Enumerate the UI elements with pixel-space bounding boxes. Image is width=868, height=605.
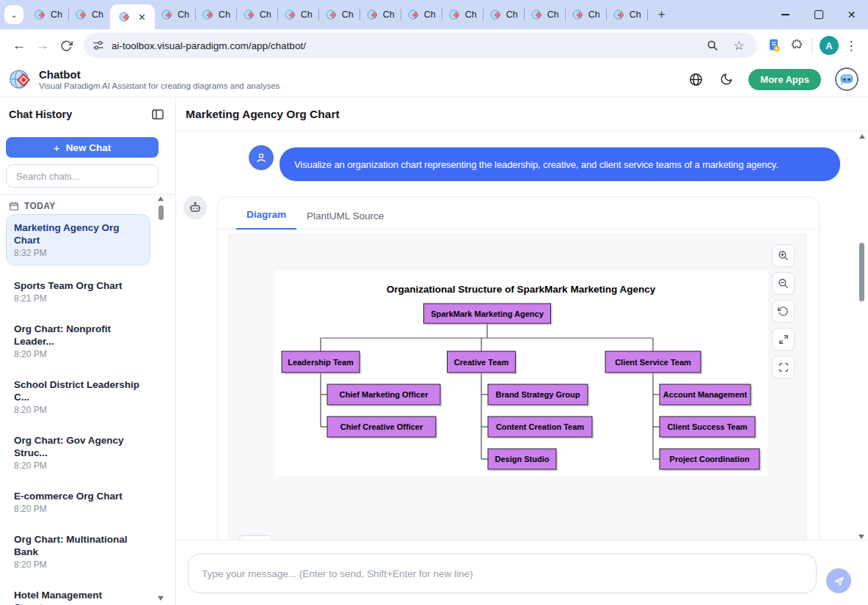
close-window-button[interactable]: ✕ xyxy=(835,0,868,29)
maximize-button[interactable] xyxy=(802,0,835,29)
language-button[interactable] xyxy=(687,70,704,88)
svg-text:Project Coordination: Project Coordination xyxy=(670,455,750,463)
tab-label: Ch xyxy=(51,10,62,20)
browser-tab[interactable]: Ch xyxy=(237,0,278,29)
chat-history-item[interactable]: Hotel Management Structure8:20 PM xyxy=(6,584,150,605)
chat-title: Marketing Agency Org Chart xyxy=(14,221,142,246)
minimize-button[interactable] xyxy=(769,0,802,29)
svg-text:Client Service Team: Client Service Team xyxy=(615,358,691,367)
search-chats-input[interactable] xyxy=(6,164,158,188)
zoom-in-button[interactable] xyxy=(772,244,795,267)
docs-extension-button[interactable] xyxy=(763,34,785,56)
more-apps-button[interactable]: More Apps xyxy=(748,69,821,90)
minimize-icon xyxy=(781,14,789,15)
browser-tab[interactable]: Ch xyxy=(484,0,525,29)
chat-time: 8:20 PM xyxy=(14,349,142,359)
browser-tab[interactable]: Ch xyxy=(278,0,319,29)
visual-paradigm-favicon xyxy=(367,9,379,21)
diagram-card: DiagramPlantUML Source Organizational St… xyxy=(217,197,820,540)
plus-icon: + xyxy=(658,7,665,22)
today-section-label: TODAY xyxy=(24,201,56,211)
chat-time: 8:20 PM xyxy=(14,504,142,514)
extensions-button[interactable] xyxy=(785,34,807,56)
plus-icon: + xyxy=(54,142,60,154)
close-tab-icon[interactable]: ✕ xyxy=(138,12,146,23)
main-scrollbar[interactable] xyxy=(857,132,867,540)
dark-mode-button[interactable] xyxy=(718,70,735,88)
robot-icon xyxy=(189,201,202,214)
zoom-page-button[interactable] xyxy=(703,36,722,55)
browser-tab[interactable]: Ch xyxy=(28,0,69,29)
scrollbar-thumb[interactable] xyxy=(859,243,864,301)
chat-time: 8:32 PM xyxy=(14,248,142,258)
visual-paradigm-favicon xyxy=(203,9,214,21)
visual-paradigm-favicon xyxy=(76,9,87,21)
chat-history-item[interactable]: School District Leadership C...8:20 PM xyxy=(6,373,150,420)
panel-toggle-icon xyxy=(151,108,164,121)
profile-avatar[interactable]: A xyxy=(820,36,839,55)
sidebar-scrollbar[interactable] xyxy=(156,197,165,602)
tab-search-button[interactable]: ⌄ xyxy=(4,5,23,24)
org-chart: Organizational Structure of SparkMark Ma… xyxy=(274,270,767,476)
chat-title: E-commerce Org Chart xyxy=(14,490,142,502)
chat-title: Org Chart: Multinational Bank xyxy=(14,533,142,558)
tab-plantuml-source[interactable]: PlantUML Source xyxy=(296,203,394,230)
visual-paradigm-favicon xyxy=(285,9,296,21)
new-chat-button[interactable]: + New Chat xyxy=(6,137,158,158)
chat-area: Visualize an organization chart represen… xyxy=(177,131,868,540)
document-download-icon xyxy=(767,38,781,53)
visual-paradigm-favicon xyxy=(244,9,255,21)
browser-tab[interactable]: Ch xyxy=(566,0,607,29)
visual-paradigm-favicon xyxy=(408,9,420,21)
new-tab-button[interactable]: + xyxy=(652,5,671,24)
reset-view-button[interactable] xyxy=(772,300,795,323)
chat-history-item[interactable]: Sports Team Org Chart8:21 PM xyxy=(6,274,150,309)
chat-history-item[interactable]: Marketing Agency Org Chart8:32 PM xyxy=(6,214,150,265)
bookmark-button[interactable]: ☆ xyxy=(729,36,748,55)
browser-tab[interactable]: Ch xyxy=(525,0,566,29)
diagram-card-tabs: DiagramPlantUML Source xyxy=(218,197,819,230)
svg-text:Brand Strategy Group: Brand Strategy Group xyxy=(496,390,580,399)
scroll-down-icon[interactable] xyxy=(858,535,864,539)
reload-button[interactable] xyxy=(54,34,78,57)
main-panel: Marketing Agency Org Chart Visualize an … xyxy=(177,98,868,605)
browser-tab[interactable]: Ch xyxy=(196,0,237,29)
forward-button[interactable]: → xyxy=(31,34,54,57)
browser-menu-button[interactable]: ⋮ xyxy=(842,38,861,54)
send-button[interactable] xyxy=(826,568,851,593)
visual-paradigm-favicon xyxy=(326,9,338,21)
message-input[interactable] xyxy=(188,554,817,593)
browser-tab[interactable]: Ch xyxy=(401,0,442,29)
browser-tab[interactable]: Ch xyxy=(360,0,401,29)
url-bar[interactable]: ai-toolbox.visual-paradigm.com/app/chatb… xyxy=(84,33,757,58)
zoom-out-icon xyxy=(778,278,789,289)
chat-history-item[interactable]: Org Chart: Nonprofit Leader...8:20 PM xyxy=(6,318,150,364)
collapse-sidebar-button[interactable] xyxy=(149,106,167,123)
svg-text:Content Creation Team: Content Creation Team xyxy=(496,422,584,431)
browser-tab[interactable]: Ch xyxy=(69,0,110,29)
chat-history-item[interactable]: Org Chart: Gov Agency Struc...8:20 PM xyxy=(6,429,150,476)
scroll-up-icon[interactable] xyxy=(859,134,865,139)
browser-tab[interactable]: Ch xyxy=(319,0,360,29)
back-button[interactable]: ← xyxy=(7,34,31,57)
chatbot-badge-icon[interactable] xyxy=(834,67,859,92)
chat-history-item[interactable]: E-commerce Org Chart8:20 PM xyxy=(6,485,150,519)
scroll-up-icon[interactable] xyxy=(158,197,164,201)
scrollbar-thumb[interactable] xyxy=(158,205,164,220)
chat-history-item[interactable]: Org Chart: Multinational Bank8:20 PM xyxy=(6,528,150,575)
expand-button[interactable] xyxy=(772,328,795,351)
scroll-down-icon[interactable] xyxy=(158,596,164,601)
browser-tab[interactable]: Ch xyxy=(442,0,484,29)
zoom-out-button[interactable] xyxy=(772,272,795,295)
browser-tab[interactable]: Ch xyxy=(607,0,648,29)
browser-tabs: ChCh✕ChChChChChChChChChChChCh xyxy=(28,0,648,29)
browser-tab-active[interactable]: ✕ xyxy=(110,4,155,29)
tab-diagram[interactable]: Diagram xyxy=(236,202,296,230)
viewport-toolbar xyxy=(772,244,795,378)
tab-label: Ch xyxy=(260,10,271,20)
fullscreen-button[interactable] xyxy=(772,356,795,378)
chat-title: School District Leadership C... xyxy=(14,378,142,403)
calendar-icon xyxy=(9,201,19,211)
browser-tab[interactable]: Ch xyxy=(155,0,196,29)
message-footer xyxy=(177,540,868,605)
